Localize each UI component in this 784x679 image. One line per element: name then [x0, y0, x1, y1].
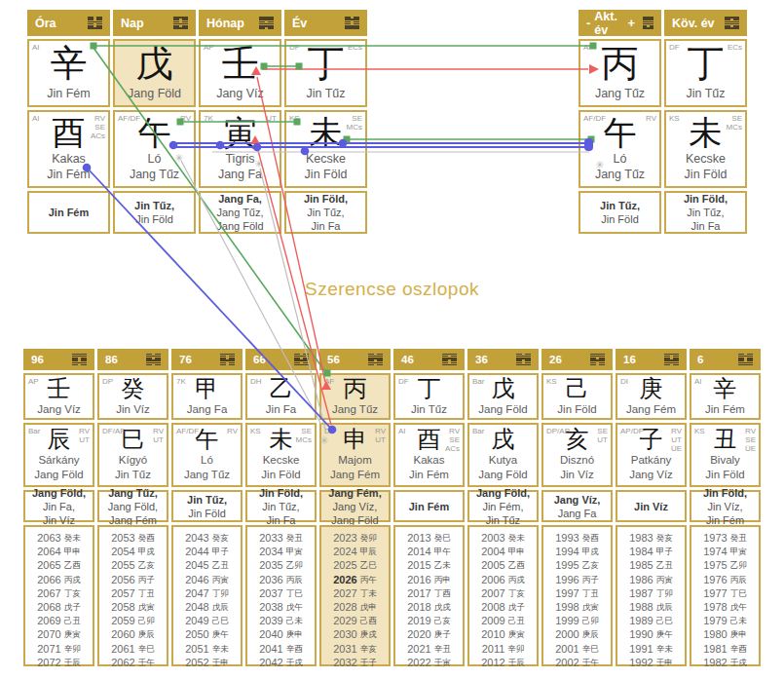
year-row[interactable]: 2061辛巳: [111, 642, 154, 656]
year-row[interactable]: 2054甲戌: [111, 545, 154, 558]
year-row[interactable]: 2071辛卯: [37, 642, 80, 656]
year-row[interactable]: 2031辛亥: [333, 642, 376, 656]
year-row[interactable]: 1979己未: [703, 614, 746, 627]
branch-cell[interactable]: Bar戌KutyaJang Föld: [467, 423, 539, 487]
year-row[interactable]: 1974甲寅: [703, 545, 746, 558]
year-row[interactable]: 2008戊子: [481, 600, 524, 614]
year-row[interactable]: 2020庚子: [407, 627, 450, 641]
year-row[interactable]: 2067丁亥: [37, 586, 80, 600]
year-row[interactable]: 1984甲子: [629, 545, 672, 558]
year-row[interactable]: 1977丁巳: [703, 586, 746, 600]
year-row[interactable]: 2036丙辰: [259, 573, 302, 586]
year-row[interactable]: 1989己巳: [629, 614, 672, 627]
year-row[interactable]: 1988戊辰: [629, 600, 672, 614]
year-row[interactable]: 2025乙巳: [333, 558, 376, 572]
year-row[interactable]: 2042壬戌: [259, 656, 302, 669]
pillar-header-honap[interactable]: Hónap: [199, 10, 281, 36]
pillar-header-age-46[interactable]: 46: [393, 349, 465, 370]
year-row[interactable]: 2055乙亥: [111, 558, 154, 572]
branch-cell[interactable]: DP/APSEUT亥DisznóJin Víz: [541, 423, 613, 487]
year-row[interactable]: 2037丁巳: [259, 586, 302, 600]
stem-cell[interactable]: AI辛Jin Fém: [27, 39, 110, 107]
branch-cell[interactable]: KSSEMCs未KecskeJin Föld: [284, 110, 367, 188]
year-row[interactable]: 1983癸亥: [629, 531, 672, 545]
year-row[interactable]: 1980庚申: [703, 627, 746, 641]
year-row[interactable]: 2060庚辰: [111, 627, 154, 641]
year-row[interactable]: 1992壬申: [629, 656, 672, 669]
branch-cell[interactable]: AIRVSEACs酉KakasJin Fém: [393, 423, 465, 487]
stem-cell[interactable]: AF丙Jang Tűz: [319, 373, 391, 420]
year-row[interactable]: 2044甲子: [185, 545, 228, 558]
year-row[interactable]: 2059己卯: [111, 614, 154, 627]
year-row[interactable]: 1990庚午: [629, 627, 672, 641]
year-row[interactable]: 1993癸酉: [555, 531, 598, 545]
year-row[interactable]: 1996丙子: [555, 573, 598, 586]
year-row[interactable]: 2048戊辰: [185, 600, 228, 614]
year-row[interactable]: 2039己未: [259, 614, 302, 627]
increase-year-button[interactable]: +: [627, 19, 635, 28]
branch-cell[interactable]: AP/DPRVUTÜE子PatkányJang Víz: [616, 423, 687, 487]
year-row[interactable]: 2041辛酉: [259, 642, 302, 656]
year-row[interactable]: 2051辛未: [185, 642, 228, 656]
year-row[interactable]: 1994甲戌: [555, 545, 598, 558]
year-row[interactable]: 2028戊申: [333, 600, 376, 614]
hexagram-icon[interactable]: [516, 354, 531, 366]
year-row[interactable]: 2052壬申: [185, 656, 228, 669]
hexagram-icon[interactable]: [294, 354, 309, 366]
year-row[interactable]: 2050庚午: [185, 627, 228, 641]
hexagram-icon[interactable]: [345, 17, 359, 29]
hexagram-icon[interactable]: [72, 354, 87, 366]
year-row[interactable]: 2019己亥: [407, 614, 450, 627]
pillar-header-age-56[interactable]: 56: [319, 349, 391, 370]
year-row[interactable]: 2053癸酉: [111, 531, 154, 545]
pillar-header-age-66[interactable]: 66: [245, 349, 317, 370]
stem-cell[interactable]: AP壬Jang Víz: [199, 39, 281, 107]
year-row[interactable]: 1975乙卯: [703, 558, 746, 572]
pillar-header-age-76[interactable]: 76: [171, 349, 243, 370]
year-row[interactable]: 2065乙酉: [37, 558, 80, 572]
year-row[interactable]: 2046丙寅: [185, 573, 228, 586]
year-row[interactable]: 2009己丑: [481, 614, 524, 627]
stem-cell[interactable]: DFECs丁Jin Tűz: [664, 39, 747, 107]
pillar-header-nap[interactable]: Nap: [113, 10, 196, 36]
hexagram-icon[interactable]: [368, 354, 383, 366]
stem-cell[interactable]: Bar戊Jang Föld: [467, 373, 539, 420]
year-row[interactable]: 2040庚申: [259, 627, 302, 641]
stem-cell[interactable]: DFECs丁Jin Tűz: [284, 39, 367, 107]
pillar-header-age-6[interactable]: 6: [690, 349, 761, 370]
year-row[interactable]: 2030庚戌: [333, 627, 376, 641]
branch-cell[interactable]: BarRVUT辰SárkányJang Föld: [23, 423, 94, 487]
hexagram-icon[interactable]: [173, 17, 188, 29]
hexagram-icon[interactable]: [643, 17, 653, 29]
year-row[interactable]: 2015乙未: [407, 558, 450, 572]
branch-cell[interactable]: AIRVSEACs酉KakasJin Fém: [27, 110, 110, 188]
branch-cell[interactable]: AF/DFRV午LóJang Tűz: [579, 110, 661, 188]
year-row[interactable]: 2043癸亥: [185, 531, 228, 545]
year-row[interactable]: 2056丙子: [111, 573, 154, 586]
year-row[interactable]: 2057丁丑: [111, 586, 154, 600]
year-row[interactable]: 2022壬寅: [407, 656, 450, 669]
pillar-header-age-86[interactable]: 86: [97, 349, 168, 370]
pillar-header-akt-ev[interactable]: -Akt. év+: [579, 10, 661, 36]
year-row[interactable]: 2029己酉: [333, 614, 376, 627]
year-row[interactable]: 2013癸巳: [407, 531, 450, 545]
year-row[interactable]: 2068戊子: [37, 600, 80, 614]
pillar-header-age-26[interactable]: 26: [541, 349, 613, 370]
year-row[interactable]: 1991辛未: [629, 642, 672, 656]
hexagram-icon[interactable]: [88, 17, 102, 29]
stem-cell[interactable]: AI辛Jin Fém: [690, 373, 761, 420]
year-row[interactable]: 2000庚辰: [555, 627, 598, 641]
year-row[interactable]: 2024甲辰: [333, 545, 376, 558]
year-row[interactable]: 2005乙酉: [481, 558, 524, 572]
hexagram-icon[interactable]: [442, 354, 457, 366]
stem-cell[interactable]: DP癸Jin Víz: [97, 373, 168, 420]
year-row[interactable]: 2038戊午: [259, 600, 302, 614]
branch-cell[interactable]: DF/AFRVUT巳KígyóJin Tűz: [97, 423, 168, 487]
branch-cell[interactable]: KSSEMCs未KecskeJin Föld: [664, 110, 747, 188]
year-row[interactable]: 2066丙戌: [37, 573, 80, 586]
year-row[interactable]: 1997丁丑: [555, 586, 598, 600]
year-row[interactable]: 2006丙戌: [481, 573, 524, 586]
year-row[interactable]: 1999己卯: [555, 614, 598, 627]
year-row[interactable]: 2007丁亥: [481, 586, 524, 600]
branch-cell[interactable]: DIRVUT申MajomJang Fém: [319, 423, 391, 487]
